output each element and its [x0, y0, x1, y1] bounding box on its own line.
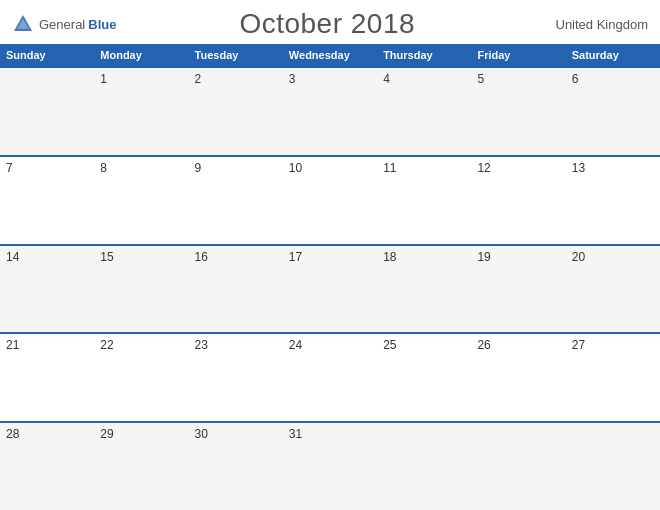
logo: General Blue: [12, 13, 116, 35]
day-cell: 15: [94, 246, 188, 333]
week-row: 7 8 9 10 11 12 13: [0, 155, 660, 244]
week-row: 21 22 23 24 25 26 27: [0, 332, 660, 421]
day-cell: 27: [566, 334, 660, 421]
day-cell: 20: [566, 246, 660, 333]
country-label: United Kingdom: [538, 17, 648, 32]
calendar-body: 1 2 3 4 5 6 7 8 9 10 11 12 13 14 15 16 1…: [0, 66, 660, 510]
day-cell: 13: [566, 157, 660, 244]
day-cell: 5: [471, 68, 565, 155]
day-cell: 26: [471, 334, 565, 421]
day-cell: 2: [189, 68, 283, 155]
calendar-title: October 2018: [116, 8, 538, 40]
day-cell: 7: [0, 157, 94, 244]
day-cell: 9: [189, 157, 283, 244]
day-wednesday: Wednesday: [283, 44, 377, 66]
day-cell: 21: [0, 334, 94, 421]
day-sunday: Sunday: [0, 44, 94, 66]
day-monday: Monday: [94, 44, 188, 66]
day-cell: 6: [566, 68, 660, 155]
logo-blue: Blue: [88, 17, 116, 32]
day-cell: 28: [0, 423, 94, 510]
day-cell: 14: [0, 246, 94, 333]
day-cell: 11: [377, 157, 471, 244]
day-headers: Sunday Monday Tuesday Wednesday Thursday…: [0, 44, 660, 66]
week-row: 1 2 3 4 5 6: [0, 66, 660, 155]
day-cell: 1: [94, 68, 188, 155]
day-cell: 30: [189, 423, 283, 510]
logo-general: General: [39, 17, 85, 32]
day-cell: 3: [283, 68, 377, 155]
day-cell: 18: [377, 246, 471, 333]
week-row: 28 29 30 31: [0, 421, 660, 510]
day-thursday: Thursday: [377, 44, 471, 66]
day-cell: 24: [283, 334, 377, 421]
day-cell: 8: [94, 157, 188, 244]
day-cell: 31: [283, 423, 377, 510]
day-cell: 16: [189, 246, 283, 333]
day-saturday: Saturday: [566, 44, 660, 66]
day-cell: [471, 423, 565, 510]
day-friday: Friday: [471, 44, 565, 66]
day-cell: 25: [377, 334, 471, 421]
day-cell: [377, 423, 471, 510]
day-cell: 17: [283, 246, 377, 333]
logo-icon: [12, 13, 34, 35]
day-cell: 19: [471, 246, 565, 333]
day-cell: 29: [94, 423, 188, 510]
day-cell: 12: [471, 157, 565, 244]
day-cell: [0, 68, 94, 155]
day-cell: 4: [377, 68, 471, 155]
calendar-header: General Blue October 2018 United Kingdom: [0, 0, 660, 44]
week-row: 14 15 16 17 18 19 20: [0, 244, 660, 333]
day-tuesday: Tuesday: [189, 44, 283, 66]
day-cell: 23: [189, 334, 283, 421]
day-cell: 10: [283, 157, 377, 244]
day-cell: 22: [94, 334, 188, 421]
day-cell: [566, 423, 660, 510]
calendar-page: General Blue October 2018 United Kingdom…: [0, 0, 660, 510]
